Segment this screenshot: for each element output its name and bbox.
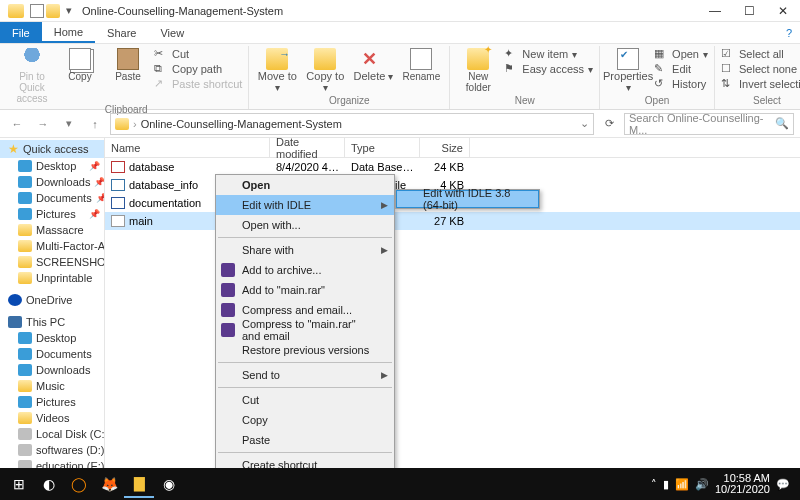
ctx-paste[interactable]: Paste	[216, 430, 394, 450]
tab-home[interactable]: Home	[42, 22, 95, 43]
qat-newfolder-icon[interactable]	[46, 4, 60, 18]
search-input[interactable]: Search Online-Counselling-M... 🔍	[624, 113, 794, 135]
tree-item[interactable]: Desktop📌	[0, 158, 104, 174]
tree-item[interactable]: Desktop	[0, 330, 104, 346]
qat-properties-icon[interactable]	[30, 4, 44, 18]
ctx-open[interactable]: Open	[216, 175, 394, 195]
tree-item[interactable]: Multi-Factor-Au	[0, 238, 104, 254]
tree-item[interactable]: education (E:)	[0, 458, 104, 468]
breadcrumb[interactable]: Online-Counselling-Management-System	[141, 118, 342, 130]
folder-icon	[18, 176, 32, 188]
col-type[interactable]: Type	[345, 138, 420, 157]
open-button[interactable]: ▦Open ▾	[654, 47, 708, 61]
ctx-add-archive[interactable]: Add to archive...	[216, 260, 394, 280]
ctx-compress-mainrar-email[interactable]: Compress to "main.rar" and email	[216, 320, 394, 340]
ctx-idle-38[interactable]: Edit with IDLE 3.8 (64-bit)	[396, 190, 539, 208]
tree-item[interactable]: Documents📌	[0, 190, 104, 206]
file-row[interactable]: main27 KB	[105, 212, 800, 230]
ctx-restore[interactable]: Restore previous versions	[216, 340, 394, 360]
taskbar-app[interactable]: ◐	[34, 470, 64, 498]
tree-item[interactable]: Unprintable	[0, 270, 104, 286]
tray-volume-icon[interactable]: 🔊	[695, 478, 709, 491]
qat-dropdown-icon[interactable]: ▾	[62, 4, 76, 18]
tree-item[interactable]: Massacre	[0, 222, 104, 238]
taskbar: ⊞ ◐ ◯ 🦊 ▇ ◉ ˄ ▮ 📶 🔊 10:58 AM 10/21/2020 …	[0, 468, 800, 500]
tray-battery-icon[interactable]: ▮	[663, 478, 669, 491]
delete-button[interactable]: ✕Delete ▾	[351, 46, 395, 82]
paste-button[interactable]: Paste	[106, 46, 150, 82]
tree-item[interactable]: SCREENSHOTS	[0, 254, 104, 270]
drive-icon	[18, 412, 32, 424]
tab-share[interactable]: Share	[95, 22, 148, 43]
taskbar-app[interactable]: 🦊	[94, 470, 124, 498]
edit-button[interactable]: ✎Edit	[654, 62, 708, 76]
taskbar-app[interactable]: ◯	[64, 470, 94, 498]
navigation-tree[interactable]: ★Quick access Desktop📌Downloads📌Document…	[0, 138, 105, 468]
tray-chevron-icon[interactable]: ˄	[651, 478, 657, 491]
back-button[interactable]: ←	[6, 113, 28, 135]
pin-quick-access-button[interactable]: Pin to Quick access	[10, 46, 54, 104]
select-all-button[interactable]: ☑Select all	[721, 47, 800, 61]
new-item-button[interactable]: ✦New item ▾	[504, 47, 593, 61]
tray-notifications-icon[interactable]: 💬	[776, 478, 790, 491]
ctx-open-with[interactable]: Open with...	[216, 215, 394, 235]
refresh-button[interactable]: ⟳	[598, 117, 620, 130]
tree-item[interactable]: Documents	[0, 346, 104, 362]
taskbar-explorer[interactable]: ▇	[124, 470, 154, 498]
tree-item[interactable]: softwares (D:)	[0, 442, 104, 458]
copy-button[interactable]: Copy	[58, 46, 102, 82]
move-to-button[interactable]: Move to ▾	[255, 46, 299, 93]
minimize-button[interactable]: —	[698, 0, 732, 22]
ctx-compress-email[interactable]: Compress and email...	[216, 300, 394, 320]
tree-item[interactable]: Videos	[0, 410, 104, 426]
tray-clock[interactable]: 10:58 AM 10/21/2020	[715, 473, 770, 495]
ctx-share-with[interactable]: Share with▶	[216, 240, 394, 260]
copy-to-button[interactable]: Copy to ▾	[303, 46, 347, 93]
tab-file[interactable]: File	[0, 22, 42, 43]
help-icon[interactable]: ?	[778, 22, 800, 43]
ctx-add-mainrar[interactable]: Add to "main.rar"	[216, 280, 394, 300]
forward-button[interactable]: →	[32, 113, 54, 135]
tree-quick-access[interactable]: ★Quick access	[0, 140, 104, 158]
up-button[interactable]: ↑	[84, 113, 106, 135]
new-folder-button[interactable]: New folder	[456, 46, 500, 93]
easy-access-button[interactable]: ⚑Easy access ▾	[504, 62, 593, 76]
tree-item[interactable]: Pictures📌	[0, 206, 104, 222]
tree-item[interactable]: Music	[0, 378, 104, 394]
cut-button[interactable]: ✂Cut	[154, 47, 242, 61]
recent-button[interactable]: ▾	[58, 113, 80, 135]
col-size[interactable]: Size	[420, 138, 470, 157]
address-bar[interactable]: › Online-Counselling-Management-System ⌄	[110, 113, 594, 135]
tree-item[interactable]: Downloads📌	[0, 174, 104, 190]
paste-shortcut-button[interactable]: ↗Paste shortcut	[154, 77, 242, 91]
column-headers[interactable]: Name Date modified Type Size	[105, 138, 800, 158]
rar-icon	[221, 283, 235, 297]
ctx-cut[interactable]: Cut	[216, 390, 394, 410]
tray-wifi-icon[interactable]: 📶	[675, 478, 689, 491]
close-button[interactable]: ✕	[766, 0, 800, 22]
select-none-button[interactable]: ☐Select none	[721, 62, 800, 76]
maximize-button[interactable]: ☐	[732, 0, 766, 22]
history-button[interactable]: ↺History	[654, 77, 708, 91]
ctx-send-to[interactable]: Send to▶	[216, 365, 394, 385]
tree-item[interactable]: Pictures	[0, 394, 104, 410]
address-dropdown-icon[interactable]: ⌄	[580, 117, 589, 130]
tree-onedrive[interactable]: OneDrive	[0, 292, 104, 308]
col-date[interactable]: Date modified	[270, 138, 345, 157]
file-row[interactable]: database8/4/2020 4:12 PMData Base File24…	[105, 158, 800, 176]
invert-selection-button[interactable]: ⇅Invert selection	[721, 77, 800, 91]
properties-button[interactable]: Properties ▾	[606, 46, 650, 93]
taskbar-chrome[interactable]: ◉	[154, 470, 184, 498]
copy-path-button[interactable]: ⧉Copy path	[154, 62, 242, 76]
tree-item[interactable]: Downloads	[0, 362, 104, 378]
col-name[interactable]: Name	[105, 138, 270, 157]
file-size: 24 KB	[420, 161, 470, 173]
ctx-copy[interactable]: Copy	[216, 410, 394, 430]
rename-button[interactable]: Rename	[399, 46, 443, 82]
ctx-edit-idle[interactable]: Edit with IDLE▶	[216, 195, 394, 215]
tree-item[interactable]: Local Disk (C:)	[0, 426, 104, 442]
tree-thispc[interactable]: This PC	[0, 314, 104, 330]
file-name: database	[129, 161, 174, 173]
tab-view[interactable]: View	[148, 22, 196, 43]
start-button[interactable]: ⊞	[4, 470, 34, 498]
